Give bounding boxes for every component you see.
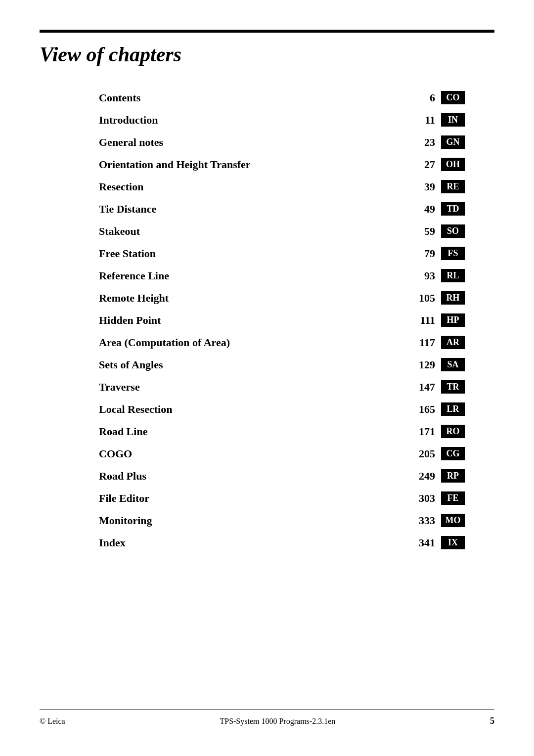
toc-container: Contents6COIntroduction11INGeneral notes… bbox=[40, 91, 494, 690]
toc-entry: Orientation and Height Transfer27OH bbox=[99, 158, 465, 171]
toc-label: COGO bbox=[99, 447, 413, 460]
toc-entry: COGO205CG bbox=[99, 447, 465, 460]
toc-badge: LR bbox=[441, 402, 465, 416]
toc-label: Tie Distance bbox=[99, 203, 413, 216]
toc-label: Remote Height bbox=[99, 292, 413, 305]
toc-label: Sets of Angles bbox=[99, 358, 413, 371]
toc-entry: Index341IX bbox=[99, 536, 465, 549]
toc-label: Area (Computation of Area) bbox=[99, 336, 413, 349]
toc-entry: Contents6CO bbox=[99, 91, 465, 104]
toc-number: 205 bbox=[413, 447, 435, 460]
toc-label: Road Plus bbox=[99, 470, 413, 483]
toc-entry: Traverse147TR bbox=[99, 380, 465, 394]
toc-entry: Road Line171RO bbox=[99, 425, 465, 438]
toc-number: 105 bbox=[413, 292, 435, 305]
toc-number: 23 bbox=[413, 136, 435, 149]
toc-label: Index bbox=[99, 536, 413, 549]
toc-badge: IX bbox=[441, 536, 465, 549]
toc-number: 27 bbox=[413, 158, 435, 171]
toc-badge: FS bbox=[441, 247, 465, 260]
toc-badge: GN bbox=[441, 135, 465, 149]
toc-label: Hidden Point bbox=[99, 314, 413, 327]
toc-number: 49 bbox=[413, 203, 435, 216]
toc-label: Introduction bbox=[99, 114, 413, 127]
toc-badge: MO bbox=[441, 514, 465, 527]
toc-number: 129 bbox=[413, 358, 435, 371]
toc-label: File Editor bbox=[99, 492, 413, 505]
toc-badge: AR bbox=[441, 336, 465, 349]
toc-number: 171 bbox=[413, 425, 435, 438]
toc-entry: Resection39RE bbox=[99, 180, 465, 193]
toc-number: 117 bbox=[413, 336, 435, 349]
footer: © Leica TPS-System 1000 Programs-2.3.1en… bbox=[40, 710, 494, 726]
toc-number: 165 bbox=[413, 403, 435, 416]
toc-number: 59 bbox=[413, 225, 435, 238]
toc-entry: Remote Height105RH bbox=[99, 291, 465, 305]
toc-number: 6 bbox=[413, 91, 435, 104]
toc-badge: SA bbox=[441, 358, 465, 371]
toc-badge: CG bbox=[441, 447, 465, 460]
toc-entry: General notes23GN bbox=[99, 135, 465, 149]
toc-badge: RH bbox=[441, 291, 465, 305]
footer-copyright: © Leica bbox=[40, 717, 65, 726]
toc-number: 249 bbox=[413, 470, 435, 483]
toc-badge: OH bbox=[441, 158, 465, 171]
toc-number: 333 bbox=[413, 514, 435, 527]
toc-entry: Area (Computation of Area)117AR bbox=[99, 336, 465, 349]
toc-entry: Reference Line93RL bbox=[99, 269, 465, 282]
toc-number: 11 bbox=[413, 114, 435, 127]
footer-page-number: 5 bbox=[490, 716, 494, 726]
toc-entry: File Editor303FE bbox=[99, 491, 465, 505]
toc-label: Reference Line bbox=[99, 269, 413, 282]
toc-label: Resection bbox=[99, 180, 413, 193]
toc-entry: Local Resection165LR bbox=[99, 402, 465, 416]
toc-badge: RE bbox=[441, 180, 465, 193]
toc-badge: TD bbox=[441, 202, 465, 216]
toc-badge: SO bbox=[441, 224, 465, 238]
toc-entry: Stakeout59SO bbox=[99, 224, 465, 238]
toc-label: Traverse bbox=[99, 381, 413, 394]
toc-entry: Free Station79FS bbox=[99, 247, 465, 260]
toc-entry: Introduction11IN bbox=[99, 113, 465, 127]
toc-label: Road Line bbox=[99, 425, 413, 438]
toc-badge: TR bbox=[441, 380, 465, 394]
toc-label: Free Station bbox=[99, 247, 413, 260]
toc-entry: Hidden Point111HP bbox=[99, 313, 465, 327]
toc-label: General notes bbox=[99, 136, 413, 149]
toc-badge: RP bbox=[441, 469, 465, 483]
toc-number: 79 bbox=[413, 247, 435, 260]
toc-number: 93 bbox=[413, 269, 435, 282]
toc-badge: CO bbox=[441, 91, 465, 104]
toc-label: Stakeout bbox=[99, 225, 413, 238]
toc-label: Contents bbox=[99, 91, 413, 104]
toc-badge: RL bbox=[441, 269, 465, 282]
toc-badge: IN bbox=[441, 113, 465, 127]
page-title: View of chapters bbox=[40, 43, 494, 66]
toc-label: Orientation and Height Transfer bbox=[99, 158, 413, 171]
toc-number: 303 bbox=[413, 492, 435, 505]
toc-badge: RO bbox=[441, 425, 465, 438]
toc-entry: Tie Distance49TD bbox=[99, 202, 465, 216]
toc-number: 147 bbox=[413, 381, 435, 394]
toc-entry: Monitoring333MO bbox=[99, 514, 465, 527]
footer-title: TPS-System 1000 Programs-2.3.1en bbox=[220, 717, 335, 726]
page-container: View of chapters Contents6COIntroduction… bbox=[0, 0, 534, 756]
toc-number: 39 bbox=[413, 180, 435, 193]
toc-number: 341 bbox=[413, 536, 435, 549]
toc-label: Monitoring bbox=[99, 514, 413, 527]
toc-badge: FE bbox=[441, 491, 465, 505]
toc-badge: HP bbox=[441, 313, 465, 327]
toc-number: 111 bbox=[413, 314, 435, 327]
toc-entry: Road Plus249RP bbox=[99, 469, 465, 483]
toc-label: Local Resection bbox=[99, 403, 413, 416]
toc-entry: Sets of Angles129SA bbox=[99, 358, 465, 371]
top-border bbox=[40, 30, 494, 33]
